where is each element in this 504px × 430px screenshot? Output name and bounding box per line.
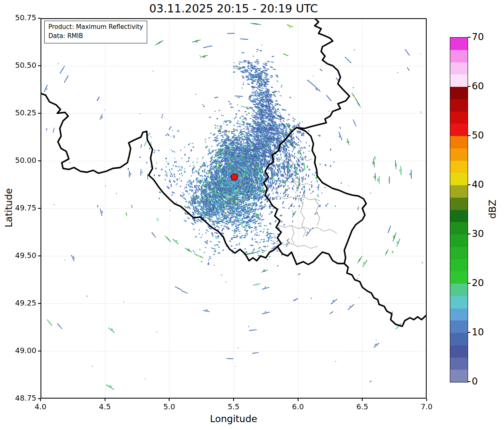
x-tick-mark bbox=[105, 399, 105, 401]
x-tick-label: 4.5 bbox=[93, 402, 117, 411]
colorbar-tick-mark bbox=[468, 332, 471, 333]
x-tick-label: 5.5 bbox=[221, 402, 246, 411]
y-tick-label: 49.00 bbox=[7, 346, 36, 355]
x-tick-label: 5.0 bbox=[157, 402, 182, 411]
colorbar-band bbox=[450, 148, 468, 161]
colorbar-tick-label: 20 bbox=[472, 277, 497, 288]
y-tick-mark bbox=[38, 65, 41, 66]
y-tick-label: 50.25 bbox=[7, 108, 36, 117]
x-axis-label: Longitude bbox=[192, 413, 275, 424]
colorbar-tick-label: 0 bbox=[472, 376, 497, 387]
colorbar-tick-label: 50 bbox=[472, 130, 497, 141]
x-tick-label: 6.0 bbox=[286, 402, 311, 411]
colorbar-band bbox=[450, 74, 468, 87]
colorbar-band bbox=[450, 284, 468, 296]
colorbar-band bbox=[450, 161, 468, 173]
colorbar-band bbox=[450, 271, 468, 284]
colorbar-band bbox=[450, 222, 468, 234]
y-tick-mark bbox=[38, 256, 41, 256]
y-tick-mark bbox=[38, 398, 41, 399]
colorbar-tick-mark bbox=[468, 135, 471, 136]
annotation-product-line: Product: Maximum Reflectivity bbox=[48, 23, 143, 32]
colorbar-gradient bbox=[450, 38, 468, 382]
annotation-data-line: Data: RMIB bbox=[48, 32, 143, 41]
y-tick-label: 49.50 bbox=[7, 251, 36, 260]
y-tick-label: 50.75 bbox=[7, 13, 36, 22]
colorbar-band bbox=[450, 38, 468, 50]
x-tick-label: 6.5 bbox=[350, 402, 375, 411]
y-tick-label: 48.75 bbox=[7, 394, 36, 402]
x-tick-mark bbox=[233, 399, 234, 401]
plot-area bbox=[41, 18, 427, 399]
colorbar-tick-label: 60 bbox=[472, 81, 497, 91]
x-tick-mark bbox=[426, 399, 427, 401]
colorbar-band bbox=[450, 308, 468, 321]
product-annotation: Product: Maximum Reflectivity Data: RMIB bbox=[44, 21, 147, 43]
colorbar-band bbox=[450, 124, 468, 136]
colorbar-band bbox=[450, 333, 468, 345]
y-tick-mark bbox=[38, 160, 41, 161]
colorbar-band bbox=[450, 320, 468, 333]
x-tick-mark bbox=[362, 399, 363, 401]
colorbar-tick-mark bbox=[468, 283, 471, 284]
colorbar-tick-label: 70 bbox=[472, 31, 497, 42]
colorbar-tick-mark bbox=[468, 37, 471, 38]
colorbar-band bbox=[450, 345, 468, 358]
colorbar-band bbox=[450, 259, 468, 272]
colorbar-band bbox=[450, 185, 468, 198]
y-tick-mark bbox=[38, 18, 41, 19]
colorbar-tick-mark bbox=[468, 234, 471, 234]
y-tick-mark bbox=[38, 208, 41, 209]
y-tick-label: 50.00 bbox=[7, 156, 36, 165]
colorbar-band bbox=[450, 370, 468, 382]
colorbar-tick-mark bbox=[468, 184, 471, 185]
y-tick-label: 50.50 bbox=[7, 61, 36, 69]
colorbar-tick-mark bbox=[468, 381, 471, 382]
colorbar-band bbox=[450, 358, 468, 370]
colorbar-band bbox=[450, 62, 468, 75]
x-tick-label: 4.0 bbox=[28, 402, 53, 411]
x-tick-mark bbox=[169, 399, 170, 401]
x-tick-label: 7.0 bbox=[414, 402, 439, 411]
y-tick-label: 49.25 bbox=[7, 299, 36, 307]
colorbar-band bbox=[450, 50, 468, 62]
colorbar-tick-mark bbox=[468, 86, 471, 87]
colorbar-band bbox=[450, 210, 468, 222]
colorbar bbox=[450, 37, 468, 382]
colorbar-tick-label: 40 bbox=[472, 179, 497, 190]
x-tick-mark bbox=[298, 399, 299, 401]
radar-map-canvas bbox=[41, 18, 427, 399]
colorbar-label: dBZ bbox=[487, 196, 499, 222]
colorbar-tick-label: 10 bbox=[472, 327, 497, 337]
colorbar-band bbox=[450, 234, 468, 247]
y-tick-label: 49.75 bbox=[7, 203, 36, 212]
y-tick-mark bbox=[38, 113, 41, 114]
colorbar-band bbox=[450, 99, 468, 112]
colorbar-band bbox=[450, 173, 468, 185]
colorbar-band bbox=[450, 136, 468, 148]
colorbar-band bbox=[450, 198, 468, 210]
y-tick-mark bbox=[38, 303, 41, 304]
colorbar-band bbox=[450, 112, 468, 124]
radar-figure: 03.11.2025 20:15 - 20:19 UTC Product: Ma… bbox=[0, 0, 504, 430]
y-tick-mark bbox=[38, 351, 41, 351]
plot-title: 03.11.2025 20:15 - 20:19 UTC bbox=[41, 2, 427, 15]
colorbar-band bbox=[450, 247, 468, 259]
colorbar-band bbox=[450, 87, 468, 99]
colorbar-tick-label: 30 bbox=[472, 228, 497, 239]
colorbar-band bbox=[450, 296, 468, 308]
